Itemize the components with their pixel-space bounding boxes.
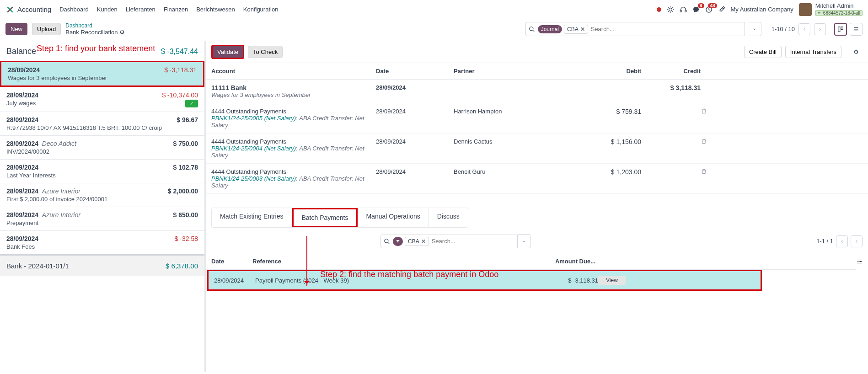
gear-icon: ⚙ xyxy=(853,48,859,55)
batch-search-input[interactable] xyxy=(429,238,514,245)
facet-remove-icon[interactable]: ✕ xyxy=(580,26,585,32)
delete-line-icon[interactable] xyxy=(701,168,713,175)
facet-remove-icon[interactable]: ✕ xyxy=(421,238,426,245)
balance-amount: $ -3,547.44 xyxy=(161,48,198,56)
nav-vendors[interactable]: Lieferanten xyxy=(126,6,155,13)
statement-item[interactable]: 28/09/2024$ -10,374.00July wages✓ xyxy=(0,87,204,112)
check-icon: ✓ xyxy=(185,100,198,107)
pager-prev[interactable] xyxy=(798,23,810,35)
create-bill-button[interactable]: Create Bill xyxy=(744,46,782,58)
statement-item[interactable]: 28/09/2024$ 96.67R:9772938 10/07 AX 9415… xyxy=(0,112,204,135)
view-list[interactable] xyxy=(850,23,863,36)
list-icon xyxy=(853,26,859,32)
detail-actions: Validate To Check Create Bill Internal T… xyxy=(206,41,868,63)
pager-next[interactable] xyxy=(814,23,826,35)
pager-text: 1-10 / 10 xyxy=(772,26,795,32)
to-check-button[interactable]: To Check xyxy=(248,46,283,58)
statement-item[interactable]: 28/09/2024 Azure Interior$ 2,000.00First… xyxy=(0,183,204,207)
tools-icon[interactable] xyxy=(718,6,725,13)
view-kanban[interactable] xyxy=(834,23,847,36)
statement-item[interactable]: 28/09/2024$ -3,118.31Wages for 3 employe… xyxy=(0,61,204,87)
th-date: Date xyxy=(376,68,454,75)
nav-reporting[interactable]: Berichtswesen xyxy=(196,6,235,13)
chevron-left-icon xyxy=(802,27,807,32)
chevron-left-icon xyxy=(839,239,845,244)
nav-dashboard[interactable]: Dashboard xyxy=(59,6,89,13)
statement-item[interactable]: 28/09/2024 Azure Interior$ 650.00Prepaym… xyxy=(0,207,204,230)
th-debit: Debit xyxy=(582,68,641,75)
brand-icon xyxy=(5,5,15,14)
upload-button[interactable]: Upload xyxy=(32,23,61,35)
svg-rect-6 xyxy=(841,27,843,29)
search-dropdown[interactable] xyxy=(749,22,761,36)
tab-discuss[interactable]: Discuss xyxy=(429,208,468,227)
svg-point-8 xyxy=(860,261,861,262)
batch-pager-text: 1-1 / 1 xyxy=(816,238,833,245)
annotation-arrow xyxy=(306,236,307,286)
nav-right: 8 48 My Australian Company Mitchell Admi… xyxy=(657,3,863,16)
validate-button[interactable]: Validate xyxy=(211,45,244,59)
company-selector[interactable]: My Australian Company xyxy=(731,6,793,13)
search-input[interactable] xyxy=(588,26,742,32)
journal-line: 4444 Outstanding PaymentsPBNK1/24-25/000… xyxy=(206,134,868,164)
th-credit: Credit xyxy=(641,68,701,75)
journal-line: 4444 Outstanding PaymentsPBNK1/24-25/000… xyxy=(206,164,868,194)
statement-item[interactable]: 28/09/2024 Deco Addict$ 750.00INV/2024/0… xyxy=(0,135,204,159)
breadcrumb-current: Bank Reconciliation xyxy=(65,29,118,36)
delete-line-icon[interactable] xyxy=(701,108,713,114)
batch-facet-value[interactable]: CBA ✕ xyxy=(405,237,429,246)
recording-dot-icon[interactable] xyxy=(657,7,661,12)
batch-view-button[interactable]: View xyxy=(598,276,626,285)
breadcrumb: Dashboard Bank Reconciliation ⚙ xyxy=(65,22,125,36)
tab-manual-operations[interactable]: Manual Operations xyxy=(358,208,429,227)
chevron-right-icon xyxy=(854,239,859,244)
search-icon xyxy=(529,26,535,32)
delete-line-icon[interactable] xyxy=(701,138,713,144)
kanban-icon xyxy=(837,26,844,32)
search-icon xyxy=(384,238,390,245)
gear-icon[interactable]: ⚙ xyxy=(119,29,125,36)
breadcrumb-dashboard[interactable]: Dashboard xyxy=(65,22,125,29)
brand[interactable]: Accounting xyxy=(5,5,51,14)
svg-point-4 xyxy=(529,27,533,30)
subheader: New Upload Dashboard Bank Reconciliation… xyxy=(0,19,868,41)
search-box[interactable]: Journal CBA ✕ xyxy=(525,22,745,36)
clock-icon[interactable]: 48 xyxy=(705,6,713,13)
batch-search[interactable]: CBA ✕ xyxy=(380,235,518,248)
detail-settings[interactable]: ⚙ xyxy=(849,45,863,59)
bug-icon[interactable] xyxy=(667,6,674,13)
batch-due: $ -3,118.31 xyxy=(539,277,598,284)
search-facet-journal[interactable]: Journal xyxy=(538,25,562,33)
statement-item[interactable]: 28/09/2024$ -32.58Bank Fees xyxy=(0,230,204,254)
clock-badge: 48 xyxy=(708,3,717,8)
th-account: Account xyxy=(211,68,376,75)
batch-pager-prev[interactable] xyxy=(836,235,848,247)
batch-row[interactable]: 28/09/2024 Payroll Payments (2024 - Week… xyxy=(209,271,761,289)
caret-down-icon xyxy=(752,27,757,32)
batch-pager: 1-1 / 1 xyxy=(816,235,863,247)
nav-config[interactable]: Konfiguration xyxy=(243,6,279,13)
new-button[interactable]: New xyxy=(5,23,27,35)
avatar xyxy=(799,3,812,16)
filter-facet-icon[interactable] xyxy=(393,237,403,246)
statement-item[interactable]: 28/09/2024$ 102.78Last Year Interests xyxy=(0,159,204,183)
batch-pager-next[interactable] xyxy=(851,235,863,247)
statement-footer[interactable]: Bank - 2024-01-01/1 $ 6,378.00 xyxy=(0,254,204,276)
bth-date: Date xyxy=(211,258,252,265)
headset-icon[interactable] xyxy=(680,6,687,13)
top-navbar: Accounting Dashboard Kunden Lieferanten … xyxy=(0,0,868,19)
nav-customers[interactable]: Kunden xyxy=(97,6,118,13)
batch-search-dropdown[interactable] xyxy=(518,234,530,248)
tab-match-existing[interactable]: Match Existing Entries xyxy=(212,208,292,227)
svg-rect-2 xyxy=(685,10,686,12)
columns-icon[interactable] xyxy=(856,258,868,265)
svg-point-0 xyxy=(669,8,672,11)
user-menu[interactable]: Mitchell Admin ≡ 68844572-18-0-all xyxy=(799,3,863,16)
nav-finance[interactable]: Finanzen xyxy=(164,6,188,13)
internal-transfers-button[interactable]: Internal Transfers xyxy=(785,46,841,58)
search-facet-value[interactable]: CBA ✕ xyxy=(564,25,588,34)
match-tabs: Match Existing Entries Batch Payments Ma… xyxy=(211,208,468,228)
chat-icon[interactable]: 8 xyxy=(692,6,700,13)
tab-batch-payments[interactable]: Batch Payments xyxy=(292,208,358,227)
line-headers: Account Date Partner Debit Credit xyxy=(206,63,868,80)
